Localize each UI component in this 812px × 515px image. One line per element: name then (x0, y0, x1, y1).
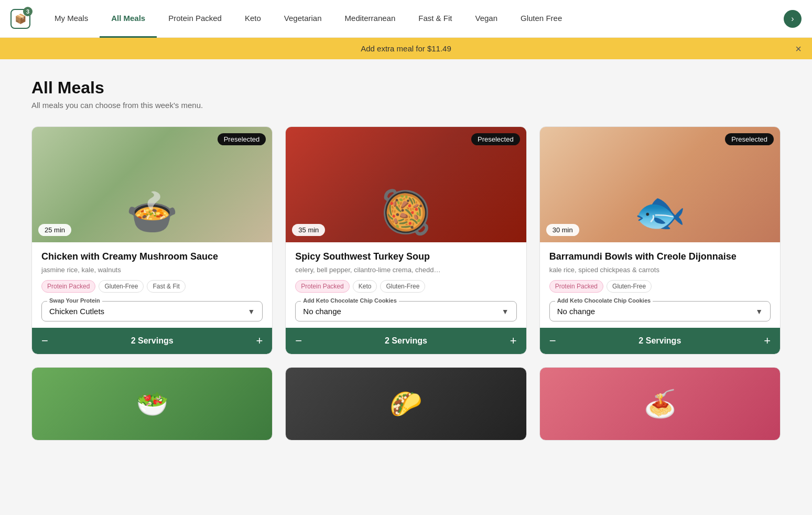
promo-banner-text: Add extra meal for $11.49 (361, 44, 451, 53)
meal-tag-keto-1: Keto (353, 280, 377, 293)
meal-name-1: Spicy Southwest Turkey Soup (295, 251, 516, 263)
meal-card-0: 🍲 Preselected 25 min Chicken with Creamy… (31, 126, 273, 355)
page-subtitle: All meals you can choose from this week'… (31, 101, 781, 110)
meal-grid: 🍲 Preselected 25 min Chicken with Creamy… (31, 126, 781, 355)
partial-meal-img-0: 🥗 (32, 368, 272, 440)
meal-tag-protein-packed-0: Protein Packed (41, 280, 95, 293)
decrease-servings-2[interactable]: − (549, 335, 556, 347)
nav-tabs: My Meals All Meals Protein Packed Keto V… (43, 0, 573, 38)
meal-tag-fast-fit-0: Fast & Fit (147, 280, 185, 293)
meal-tag-gluten-free-2: Gluten-Free (607, 280, 652, 293)
dropdown-row-1[interactable]: No change ▼ (303, 307, 508, 316)
tab-vegetarian[interactable]: Vegetarian (273, 0, 333, 38)
meal-tag-gluten-free-1: Gluten-Free (380, 280, 425, 293)
time-badge-2: 30 min (546, 224, 579, 236)
meal-tag-protein-packed-1: Protein Packed (295, 280, 349, 293)
meal-card-body-0: Chicken with Creamy Mushroom Sauce jasmi… (32, 242, 272, 328)
meal-image-2: 🐟 Preselected 30 min (540, 127, 780, 242)
partial-meal-card-1: 🌮 (285, 367, 526, 441)
preselected-badge-0: Preselected (218, 133, 266, 145)
nav-next-button[interactable]: › (784, 10, 802, 28)
meal-image-0: 🍲 Preselected 25 min (32, 127, 272, 242)
page-title: All Meals (31, 78, 781, 98)
meal-name-2: Barramundi Bowls with Creole Dijonnaise (549, 251, 771, 263)
increase-servings-0[interactable]: + (256, 335, 263, 347)
increase-servings-2[interactable]: + (764, 335, 771, 347)
partial-meal-card-0: 🥗 (31, 367, 273, 441)
preselected-badge-1: Preselected (471, 133, 520, 145)
protein-swap-dropdown-0[interactable]: Swap Your Protein Chicken Cutlets ▼ (41, 301, 263, 321)
meal-name-0: Chicken with Creamy Mushroom Sauce (41, 251, 263, 263)
logo[interactable]: 📦 3 (10, 9, 30, 29)
dropdown-value-0: Chicken Cutlets (49, 307, 104, 316)
servings-bar-1: − 2 Servings + (286, 328, 526, 354)
decrease-servings-0[interactable]: − (41, 335, 48, 347)
meal-tag-protein-packed-2: Protein Packed (549, 280, 603, 293)
dropdown-value-1: No change (303, 307, 341, 316)
chevron-right-icon: › (791, 14, 794, 24)
meal-desc-1: celery, bell pepper, cilantro-lime crema… (295, 266, 516, 274)
dropdown-value-2: No change (557, 307, 596, 316)
chevron-down-icon-2: ▼ (755, 307, 763, 316)
tab-all-meals[interactable]: All Meals (100, 0, 157, 38)
meal-card-1: 🥘 Preselected 35 min Spicy Southwest Tur… (285, 126, 526, 355)
meal-tags-2: Protein Packed Gluten-Free (549, 280, 771, 293)
partial-meal-img-1: 🌮 (286, 368, 526, 440)
tab-gluten-free[interactable]: Gluten Free (509, 0, 573, 38)
tab-vegan[interactable]: Vegan (463, 0, 509, 38)
dropdown-label-0: Swap Your Protein (47, 297, 102, 304)
banner-close-button[interactable]: × (795, 44, 802, 54)
dropdown-label-1: Add Keto Chocolate Chip Cookies (301, 297, 398, 304)
dropdown-row-0[interactable]: Chicken Cutlets ▼ (49, 307, 255, 316)
meal-desc-0: jasmine rice, kale, walnuts (41, 266, 263, 274)
nav-bar: 📦 3 My Meals All Meals Protein Packed Ke… (0, 0, 812, 38)
tab-protein-packed[interactable]: Protein Packed (157, 0, 233, 38)
cookie-addon-dropdown-1[interactable]: Add Keto Chocolate Chip Cookies No chang… (295, 301, 516, 321)
partial-meal-grid: 🥗 🌮 🍝 (31, 367, 781, 441)
meal-desc-2: kale rice, spiced chickpeas & carrots (549, 266, 771, 274)
meal-card-body-1: Spicy Southwest Turkey Soup celery, bell… (286, 242, 526, 328)
cart-count-badge: 3 (23, 7, 33, 16)
tab-my-meals[interactable]: My Meals (43, 0, 100, 38)
increase-servings-1[interactable]: + (510, 335, 517, 347)
time-badge-1: 35 min (292, 224, 325, 236)
servings-text-0: 2 Servings (131, 336, 174, 346)
servings-text-2: 2 Servings (638, 336, 681, 346)
partial-meal-card-2: 🍝 (539, 367, 781, 441)
time-badge-0: 25 min (38, 224, 71, 236)
dropdown-row-2[interactable]: No change ▼ (557, 307, 763, 316)
meal-card-body-2: Barramundi Bowls with Creole Dijonnaise … (540, 242, 780, 328)
preselected-badge-2: Preselected (725, 133, 774, 145)
chevron-down-icon-1: ▼ (502, 307, 509, 316)
partial-meal-img-2: 🍝 (540, 368, 780, 440)
servings-bar-0: − 2 Servings + (32, 328, 272, 354)
decrease-servings-1[interactable]: − (295, 335, 302, 347)
tab-fast-fit[interactable]: Fast & Fit (407, 0, 463, 38)
cookie-addon-dropdown-2[interactable]: Add Keto Chocolate Chip Cookies No chang… (549, 301, 771, 321)
meal-image-1: 🥘 Preselected 35 min (286, 127, 526, 242)
meal-tag-gluten-free-0: Gluten-Free (99, 280, 144, 293)
tab-mediterranean[interactable]: Mediterranean (333, 0, 407, 38)
main-content: All Meals All meals you can choose from … (0, 59, 812, 505)
logo-box: 📦 3 (10, 9, 30, 29)
promo-banner: Add extra meal for $11.49 × (0, 38, 812, 59)
tab-keto[interactable]: Keto (233, 0, 273, 38)
chevron-down-icon-0: ▼ (247, 307, 255, 316)
dropdown-label-2: Add Keto Chocolate Chip Cookies (555, 297, 653, 304)
servings-bar-2: − 2 Servings + (540, 328, 780, 354)
servings-text-1: 2 Servings (385, 336, 427, 346)
meal-tags-0: Protein Packed Gluten-Free Fast & Fit (41, 280, 263, 293)
meal-card-2: 🐟 Preselected 30 min Barramundi Bowls wi… (539, 126, 781, 355)
meal-tags-1: Protein Packed Keto Gluten-Free (295, 280, 516, 293)
